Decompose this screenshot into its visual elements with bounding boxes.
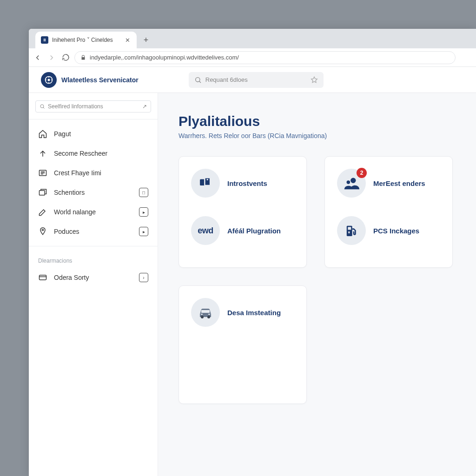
sidebar-section-label: Dlearmacions: [35, 251, 151, 268]
badge-count: 2: [357, 168, 367, 178]
pin-icon: [38, 227, 47, 236]
card-icon: [38, 273, 47, 282]
card-row[interactable]: Desa Imsteating: [191, 298, 294, 327]
search-icon: [194, 76, 202, 84]
device-icon: [191, 169, 220, 198]
card-label: MerEest enders: [373, 179, 425, 187]
svg-point-16: [201, 316, 204, 318]
sidebar-item-odera[interactable]: Odera Sorty ›: [35, 268, 151, 287]
forward-icon[interactable]: [47, 53, 56, 62]
reload-icon[interactable]: [61, 53, 70, 62]
svg-point-1: [48, 79, 50, 81]
card-grid: Introstvents ewd Aféál Plugration: [178, 156, 456, 404]
card-introstvents[interactable]: Introstvents ewd Aféál Plugration: [178, 156, 307, 268]
brand-logo-icon: [41, 72, 57, 88]
new-tab-button[interactable]: +: [139, 33, 152, 46]
app-body: Seelfired linformations ↗ Pagut Secome R…: [29, 93, 476, 476]
page-title: Plyalitalious: [178, 113, 456, 129]
people-icon: 2: [337, 169, 366, 198]
list-icon: [38, 168, 47, 178]
page-subtitle: Warrhers. Rets Relor oor Bars (RCia Mavn…: [178, 132, 456, 139]
sidebar-item-label: Poduces: [54, 228, 79, 235]
sidebar: Seelfired linformations ↗ Pagut Secome R…: [29, 93, 158, 476]
tab-strip: II Inihehent Pro ˅ Cineldes ✕ +: [29, 29, 476, 48]
svg-rect-7: [40, 275, 46, 280]
url-field[interactable]: indyedarple,.com/inhagoolupminopi.wdvitt…: [74, 51, 456, 64]
svg-rect-15: [201, 310, 210, 313]
svg-point-2: [195, 77, 199, 81]
app-header: Wlateetless Servenicator Requant 6dloes: [29, 67, 476, 93]
divider: [29, 119, 158, 119]
browser-tab[interactable]: II Inihehent Pro ˅ Cineldes ✕: [35, 32, 137, 48]
home-icon: [38, 129, 47, 139]
card-row[interactable]: 2 MerEest enders: [337, 169, 440, 198]
tab-favicon: II: [41, 36, 48, 44]
search-placeholder: Requant 6dloes: [205, 76, 248, 83]
star-icon[interactable]: [311, 76, 318, 84]
up-icon: [38, 149, 47, 158]
ewd-icon: ewd: [191, 216, 220, 245]
sidebar-item-label: Pagut: [54, 130, 71, 138]
card-label: Desa Imsteating: [227, 309, 281, 317]
lock-icon: [80, 55, 86, 60]
svg-point-6: [42, 229, 43, 231]
search-icon: [40, 104, 45, 109]
card-mereest[interactable]: 2 MerEest enders PCS Inckages: [324, 156, 453, 268]
close-icon[interactable]: ✕: [124, 36, 131, 44]
card-label: Introstvents: [227, 179, 267, 187]
svg-point-17: [207, 316, 210, 318]
card-row[interactable]: PCS Inckages: [337, 216, 440, 245]
sidebar-item-world[interactable]: World nalange ▸: [35, 202, 151, 222]
card-label: PCS Inckages: [373, 227, 419, 235]
svg-point-3: [40, 105, 44, 108]
sidebar-item-label: Odera Sorty: [54, 274, 89, 281]
svg-rect-5: [40, 191, 45, 195]
sidebar-item-label: Crest Fhaye Iimi: [54, 169, 101, 177]
sidebar-item-secome[interactable]: Secome Rescheer: [35, 144, 151, 163]
card-desa[interactable]: Desa Imsteating: [178, 285, 307, 404]
go-icon[interactable]: ↗: [142, 103, 147, 110]
brand-name: Wlateetless Servenicator: [61, 76, 139, 84]
svg-rect-9: [205, 178, 210, 185]
sidebar-item-schentiors[interactable]: Schentiors □: [35, 183, 151, 202]
card-row[interactable]: Introstvents: [191, 169, 294, 198]
sidebar-item-label: Schentiors: [54, 189, 85, 196]
car-icon: [191, 298, 220, 327]
badge-icon: □: [139, 188, 148, 197]
card-row[interactable]: ewd Aféál Plugration: [191, 216, 294, 245]
back-icon[interactable]: [33, 53, 42, 62]
box-icon: [38, 188, 47, 197]
svg-rect-14: [348, 227, 351, 230]
sidebar-item-label: World nalange: [54, 208, 96, 216]
fuel-icon: [337, 216, 366, 245]
svg-rect-18: [201, 314, 203, 315]
chevron-icon: ▸: [139, 207, 148, 217]
svg-rect-19: [208, 314, 210, 315]
divider: [29, 246, 158, 246]
chevron-right-icon: ›: [139, 273, 148, 282]
chevron-icon: ▸: [139, 227, 148, 236]
svg-point-12: [347, 180, 350, 184]
url-text: indyedarple,.com/inhagoolupminopi.wdvitt…: [90, 54, 239, 61]
svg-point-10: [207, 179, 208, 180]
nav-controls: [33, 53, 70, 62]
sidebar-filter[interactable]: Seelfired linformations ↗: [35, 100, 151, 112]
sidebar-item-label: Secome Rescheer: [54, 150, 107, 157]
pen-icon: [38, 207, 47, 217]
svg-point-11: [350, 178, 356, 183]
brand[interactable]: Wlateetless Servenicator: [41, 72, 139, 88]
sidebar-item-crest[interactable]: Crest Fhaye Iimi: [35, 163, 151, 183]
sidebar-item-pagut[interactable]: Pagut: [35, 124, 151, 144]
main-content: Plyalitalious Warrhers. Rets Relor oor B…: [158, 93, 476, 476]
address-bar: indyedarple,.com/inhagoolupminopi.wdvitt…: [29, 48, 476, 67]
card-label: Aféál Plugration: [227, 227, 281, 235]
browser-window: II Inihehent Pro ˅ Cineldes ✕ + indyedar…: [29, 29, 476, 476]
header-search[interactable]: Requant 6dloes: [189, 72, 324, 88]
filter-placeholder: Seelfired linformations: [48, 103, 103, 110]
sidebar-item-poduces[interactable]: Poduces ▸: [35, 222, 151, 241]
tab-title: Inihehent Pro ˅ Cineldes: [52, 37, 113, 43]
